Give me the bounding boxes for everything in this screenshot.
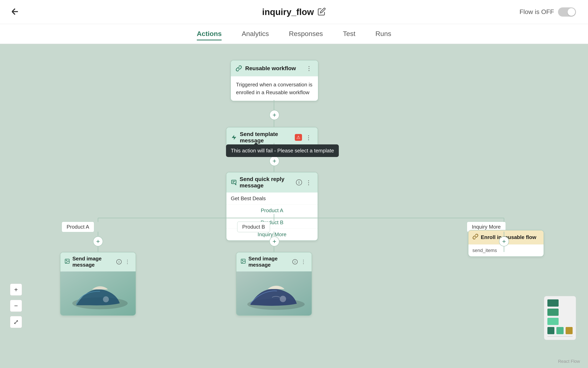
swatch-divider: [547, 336, 573, 337]
tab-actions[interactable]: Actions: [197, 28, 222, 40]
plus-connector-1[interactable]: +: [269, 110, 279, 120]
nav-tabs: Actions Analytics Responses Test Runs: [0, 24, 588, 44]
node-enroll-body: send_items: [469, 244, 544, 256]
info-icon-image-b[interactable]: i: [292, 259, 298, 264]
image-icon-a: [64, 258, 70, 265]
svg-point-27: [242, 260, 243, 261]
info-icon-quick-reply[interactable]: i: [296, 179, 302, 185]
flow-toggle-container: Flow is OFF: [520, 7, 576, 17]
node-quick-reply-body: Get Best Deals Product A Product B Inqui…: [226, 193, 318, 240]
node-reusable-body: Triggered when a conversation is enrolle…: [231, 76, 318, 101]
warning-tooltip: This action will fail - Please select a …: [226, 144, 339, 157]
link-icon: [235, 65, 242, 72]
swatch-medium-green[interactable]: [547, 309, 559, 316]
tab-runs[interactable]: Runs: [375, 28, 391, 40]
tab-responses[interactable]: Responses: [289, 28, 323, 40]
node-image-a-actions: i ⋮: [116, 258, 132, 266]
quick-reply-body-text: Get Best Deals: [226, 193, 318, 205]
swatch-row-3: [547, 318, 573, 325]
tab-test[interactable]: Test: [343, 28, 355, 40]
fit-view-button[interactable]: ⤢: [10, 316, 22, 328]
node-template-title-area: Send template message: [231, 131, 295, 144]
zoom-out-button[interactable]: −: [10, 300, 22, 312]
svg-marker-17: [232, 135, 236, 140]
node-quick-reply-title-area: Send quick reply message: [231, 176, 296, 189]
node-image-b-menu[interactable]: ⋮: [299, 258, 308, 266]
color-swatch-panel: [544, 296, 576, 340]
svg-point-30: [280, 296, 286, 302]
node-image-a-header: Send image message i ⋮: [60, 252, 136, 271]
node-quick-reply-menu[interactable]: ⋮: [304, 178, 313, 187]
node-image-b-title-area: Send image message: [240, 256, 292, 268]
flow-title-container: inquiry_flow: [262, 7, 326, 17]
svg-point-22: [66, 260, 67, 261]
flow-canvas: Reusable workflow ⋮ Triggered when a con…: [0, 44, 588, 368]
node-reusable-title-area: Reusable workflow: [235, 65, 296, 72]
node-quick-reply-header: Send quick reply message i ⋮: [226, 172, 318, 193]
node-send-image-b: Send image message i ⋮: [236, 252, 312, 316]
zoom-divider-2: [10, 314, 22, 314]
enroll-icon: [472, 234, 478, 241]
node-send-image-a: Send image message i ⋮: [60, 252, 136, 316]
flow-toggle-switch[interactable]: [558, 7, 576, 17]
node-image-a-title: Send image message: [72, 256, 116, 268]
quick-reply-option-product-a[interactable]: Product A: [226, 205, 318, 217]
react-flow-label: React Flow: [558, 359, 580, 364]
lightning-icon: [231, 134, 237, 141]
node-reusable-header: Reusable workflow ⋮: [231, 60, 318, 76]
flow-status-label: Flow is OFF: [520, 8, 554, 16]
swatch-green-2[interactable]: [547, 327, 554, 334]
info-icon-image-a[interactable]: i: [116, 259, 122, 264]
branch-label-product-a: Product A: [62, 221, 94, 232]
node-image-b-preview: [236, 271, 312, 315]
svg-rect-18: [232, 180, 236, 184]
zoom-divider: [10, 298, 22, 298]
tooltip-text: This action will fail - Please select a …: [231, 147, 334, 154]
branch-label-product-b: Product B: [237, 221, 270, 232]
quick-reply-icon: [231, 179, 237, 186]
node-reusable-title: Reusable workflow: [245, 65, 296, 72]
node-image-a-menu[interactable]: ⋮: [123, 258, 132, 266]
image-icon-b: [240, 258, 246, 265]
node-reusable-workflow: Reusable workflow ⋮ Triggered when a con…: [230, 60, 318, 101]
zoom-in-button[interactable]: +: [10, 284, 22, 296]
node-template-menu[interactable]: ⋮: [304, 133, 313, 142]
back-button[interactable]: [8, 5, 22, 19]
plus-connector-branch-c[interactable]: +: [499, 236, 509, 246]
svg-point-25: [103, 296, 109, 302]
node-template-title: Send template message: [240, 131, 295, 144]
node-image-b-actions: i ⋮: [292, 258, 308, 266]
node-template-actions: ⚠ ⋮: [295, 133, 313, 142]
edit-title-button[interactable]: [318, 7, 326, 16]
swatch-dark-green[interactable]: [547, 299, 559, 307]
node-image-a-title-area: Send image message: [64, 256, 116, 268]
swatch-light-green[interactable]: [547, 318, 559, 325]
node-image-b-title: Send image message: [248, 256, 292, 268]
swatch-row-2: [547, 309, 573, 316]
swatch-green-3[interactable]: [556, 327, 563, 334]
node-reusable-menu[interactable]: ⋮: [304, 64, 314, 73]
header: inquiry_flow Flow is OFF: [0, 0, 588, 24]
plus-connector-branch-b[interactable]: +: [269, 236, 279, 246]
node-image-a-preview: [60, 271, 136, 315]
plus-connector-branch-a[interactable]: +: [93, 236, 103, 246]
node-quick-reply-title: Send quick reply message: [239, 176, 296, 189]
flow-title: inquiry_flow: [262, 7, 314, 17]
swatch-row-1: [547, 299, 573, 307]
swatch-gold[interactable]: [566, 327, 573, 334]
warning-badge[interactable]: ⚠: [295, 134, 302, 141]
node-quick-reply-actions: i ⋮: [296, 178, 313, 187]
node-image-b-header: Send image message i ⋮: [236, 252, 312, 271]
node-enroll-value: send_items: [472, 248, 497, 253]
tab-analytics[interactable]: Analytics: [242, 28, 269, 40]
plus-connector-2[interactable]: +: [269, 156, 279, 166]
node-reusable-description: Triggered when a conversation is enrolle…: [236, 82, 312, 95]
zoom-controls: + − ⤢: [10, 284, 22, 328]
swatch-row-4: [547, 327, 573, 334]
